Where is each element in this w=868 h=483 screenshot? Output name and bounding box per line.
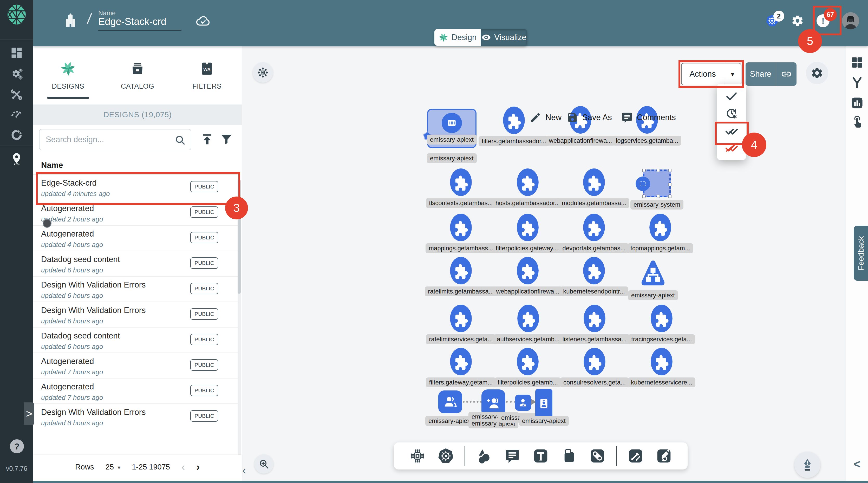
next-page-button[interactable]: › [196,461,200,473]
caret-down-icon: ▾ [731,70,734,78]
zoom-tool-button[interactable] [254,454,274,474]
design-list-item[interactable]: Design With Validation Errors updated 8 … [33,403,239,429]
visibility-badge[interactable]: PUBLIC [190,258,218,269]
magnifier-plus-icon [258,458,270,470]
gear-icon [811,66,824,80]
link-chain-tool[interactable] [588,447,607,465]
undeploy-menu-item[interactable] [717,139,746,156]
sidebar-item-dashboard[interactable] [0,43,33,62]
tab-design[interactable]: Design [434,29,480,46]
settings-button[interactable] [791,14,804,27]
sidebar-item-configuration[interactable] [0,85,33,104]
visibility-badge[interactable]: PUBLIC [190,385,218,396]
connector-dotted [463,401,482,403]
components-dock-button[interactable] [253,62,273,83]
crd-puzzle-icon [583,348,606,375]
visibility-badge[interactable]: PUBLIC [190,283,218,294]
drawing-mode-button[interactable] [795,452,820,478]
crd-puzzle-icon [650,305,673,332]
visibility-badge[interactable]: PUBLIC [190,181,218,192]
annotation-comment-tool[interactable] [503,447,522,465]
components-tool[interactable] [408,447,427,465]
design-list-item[interactable]: Design With Validation Errors updated 6 … [33,276,239,302]
canvas-settings-button[interactable] [806,62,828,84]
design-list-item[interactable]: Autogenerated updated 7 hours ago PUBLIC [33,378,239,403]
design-name-input[interactable] [98,16,181,31]
user-avatar[interactable] [842,12,859,29]
search-icon[interactable] [174,134,186,146]
notifications-button[interactable]: ! 67 [816,14,830,27]
link-icon [781,68,792,80]
visibility-badge[interactable]: PUBLIC [190,410,218,422]
actions-button[interactable]: Actions ▾ [681,63,741,85]
shapes-icon [476,448,492,464]
freehand-draw-tool[interactable] [655,447,673,465]
comments-button[interactable]: Comments [621,112,676,123]
dry-run-menu-item[interactable] [717,105,746,122]
k8s-context-switcher[interactable]: 2 [766,14,779,27]
note-tool[interactable] [560,447,579,465]
crd-puzzle-icon [583,257,606,284]
tab-designs[interactable]: DESIGNS [33,46,103,104]
prev-page-button[interactable]: ‹ [181,461,185,473]
search-input[interactable] [46,129,170,150]
sidebar-item-extensions[interactable] [0,149,33,169]
visibility-badge[interactable]: PUBLIC [190,206,218,218]
kubernetes-tool[interactable] [436,447,455,465]
text-tool[interactable] [531,447,550,465]
designs-count-header: DESIGNS (19,075) [33,104,242,125]
chevron-right-icon: > [26,407,32,420]
visibility-badge[interactable]: PUBLIC [190,334,218,345]
design-list-item[interactable]: Autogenerated updated 7 hours ago PUBLIC [33,353,239,378]
feedback-tab[interactable]: Feedback [854,225,868,281]
tab-catalog[interactable]: CATALOG [103,46,172,104]
node-label: tracingservices.geta... [628,334,695,344]
rail-collapse-chevron[interactable]: < [854,457,861,471]
design-list-item[interactable]: Autogenerated updated 4 hours ago PUBLIC [33,225,239,250]
filter-funnel-icon[interactable] [219,131,234,147]
meshery-logo[interactable] [6,4,28,26]
node-label: hosts.getambassador... [492,198,563,208]
tab-filters[interactable]: WA FILTERS [172,46,242,104]
components-view-button[interactable] [850,56,864,70]
tab-visualize[interactable]: Visualize [480,29,527,46]
history-gear-icon [725,107,738,120]
help-button[interactable]: ? [10,439,24,453]
shapes-tool[interactable] [475,447,493,465]
design-list-item[interactable]: Datadog seed content updated 6 hours ago… [33,327,239,353]
pen-path-icon [627,448,644,464]
design-list-item[interactable]: Design With Validation Errors updated 6 … [33,302,239,327]
comment-icon [621,112,633,123]
new-design-button[interactable]: New [530,112,561,123]
metrics-view-button[interactable] [850,96,864,111]
relationships-view-button[interactable] [850,76,864,90]
crd-puzzle-icon [450,169,472,196]
node-label: emissary-system [630,200,683,210]
sidebar-item-mesh-catalog[interactable] [0,125,33,145]
collapse-panel-chevron[interactable]: ‹ [242,464,246,477]
rows-per-page-select[interactable]: 25 ▾ [105,463,120,471]
visibility-badge[interactable]: PUBLIC [190,308,218,320]
node-label: modules.getambassa... [559,198,629,208]
organization-icon[interactable] [62,12,79,30]
visibility-badge[interactable]: PUBLIC [190,232,218,243]
sidebar-item-performance[interactable] [0,104,33,124]
import-design-icon[interactable] [200,131,214,147]
pen-path-tool[interactable] [626,447,645,465]
share-button[interactable]: Share [746,62,797,86]
save-as-button[interactable]: Save As [567,112,612,123]
design-list-item[interactable]: Edge-Stack-crd updated 4 minutes ago PUB… [33,174,239,200]
visibility-badge[interactable]: PUBLIC [190,359,218,371]
design-list-item[interactable]: Datadog seed content updated 6 hours ago… [33,250,239,276]
interaction-mode-button[interactable] [850,116,864,130]
sidebar-expand-button[interactable]: > [24,402,34,425]
design-list-item[interactable]: Autogenerated updated 2 hours ago PUBLIC [33,200,239,225]
deploy-menu-item[interactable] [717,122,746,139]
sidebar-item-lifecycle[interactable] [0,64,33,83]
notification-count-badge: 67 [824,8,837,21]
wasm-filters-icon: WA [199,61,215,77]
node-label: filters.getambassador... [478,136,549,146]
copy-link-button[interactable] [776,62,797,86]
actions-caret-button[interactable]: ▾ [724,63,741,85]
validate-menu-item[interactable] [717,88,746,105]
